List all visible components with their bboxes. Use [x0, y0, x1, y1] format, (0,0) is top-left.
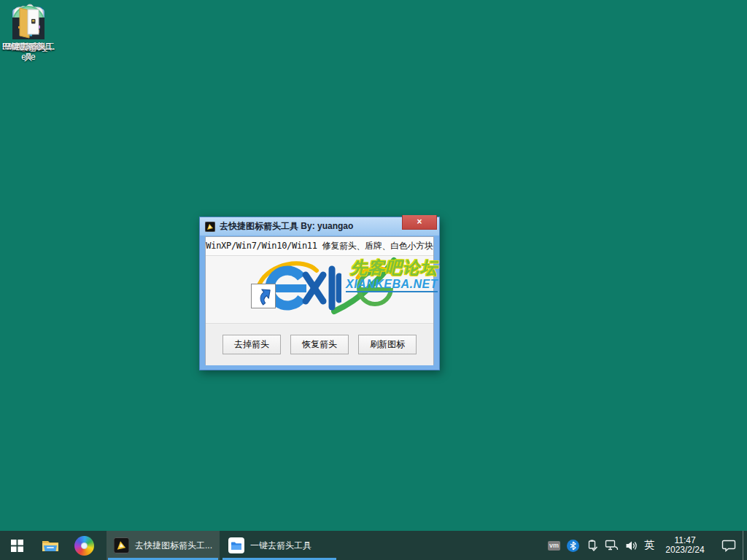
dialog-info-line: WinXP/Win7/Win10/Win11 修复箭头、盾牌、白色小方块: [206, 237, 433, 256]
taskbar-app-label: 一键去箭头工具: [250, 540, 311, 552]
dialog-button-row: 去掉箭头 恢复箭头 刷新图标: [206, 323, 433, 365]
dialog-banner: 先客吧论坛 XIANKEBA.NET: [206, 256, 433, 323]
ime-language-indicator[interactable]: 英: [644, 539, 654, 552]
browser-icon: [74, 536, 94, 556]
start-button[interactable]: [0, 531, 34, 560]
browser-button[interactable]: [67, 531, 101, 560]
usb-eject-icon[interactable]: [586, 540, 598, 552]
volume-icon[interactable]: [625, 540, 638, 551]
vmware-tray-icon[interactable]: vm: [548, 541, 560, 551]
open-folder-icon: [0, 0, 57, 39]
watermark-line2: XIANKEBA.NET: [346, 279, 438, 292]
shortcut-arrow-overlay-icon: [251, 284, 276, 308]
arrow-remover-dialog: 去快捷图标箭头工具 By: yuangao × WinXP/Win7/Win10…: [199, 217, 440, 370]
dialog-title: 去快捷图标箭头工具 By: yuangao: [220, 220, 402, 233]
network-icon[interactable]: [605, 540, 619, 551]
windows-desktop: { "desktop": { "icons": [ {"name": "this…: [0, 0, 747, 560]
banner-logo-glyphs: [299, 263, 341, 313]
bluetooth-icon[interactable]: [567, 540, 579, 552]
forum-watermark: 先客吧论坛 XIANKEBA.NET: [346, 260, 438, 292]
restore-arrow-button[interactable]: 恢复箭头: [290, 335, 349, 354]
taskbar: 去快捷图标箭头工... 一键去箭头工具 vm: [0, 531, 747, 560]
taskbar-app-arrow-remover[interactable]: 去快捷图标箭头工...: [107, 531, 220, 560]
taskbar-app-label: 去快捷图标箭头工...: [135, 540, 212, 552]
file-explorer-button[interactable]: [34, 531, 67, 560]
dialog-titlebar[interactable]: 去快捷图标箭头工具 By: yuangao ×: [200, 217, 439, 236]
system-tray: vm 英 11:47 2023/2/24: [548, 531, 743, 560]
desktop-icon-one-key-arrow-tool[interactable]: 一键去箭头工具: [0, 0, 57, 62]
taskbar-clock[interactable]: 11:47 2023/2/24: [661, 536, 709, 555]
close-button[interactable]: ×: [402, 215, 437, 230]
icon-label: 一键去箭头工具: [0, 42, 57, 62]
arrow-remover-app-icon: [114, 537, 129, 553]
file-explorer-icon: [41, 537, 60, 554]
clock-date: 2023/2/24: [661, 545, 709, 555]
windows-logo-icon: [11, 540, 23, 552]
taskbar-app-one-key-tool[interactable]: 一键去箭头工具: [221, 531, 338, 560]
taskbar-spacer: [339, 531, 548, 560]
dialog-app-icon: [205, 222, 215, 232]
remove-arrow-button[interactable]: 去掉箭头: [222, 335, 281, 354]
watermark-line1: 先客吧论坛: [346, 260, 438, 276]
refresh-icons-button[interactable]: 刷新图标: [358, 335, 417, 354]
dialog-content: WinXP/Win7/Win10/Win11 修复箭头、盾牌、白色小方块: [205, 236, 434, 365]
show-desktop-button[interactable]: [743, 531, 747, 560]
action-center-icon[interactable]: [721, 540, 737, 552]
one-key-tool-app-icon: [228, 537, 244, 553]
